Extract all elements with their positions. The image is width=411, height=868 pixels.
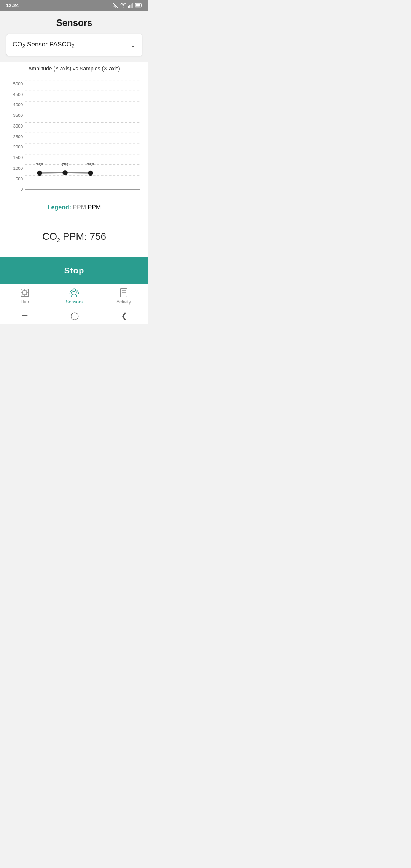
svg-text:4500: 4500: [13, 92, 23, 97]
svg-text:500: 500: [16, 177, 23, 181]
status-time: 12:24: [6, 3, 19, 8]
legend-unit: PPM: [88, 204, 101, 211]
svg-text:2000: 2000: [13, 145, 23, 150]
recent-apps-button[interactable]: ☰: [21, 311, 28, 320]
activity-icon: [118, 287, 129, 298]
data-point-3: [88, 171, 93, 176]
co2-reading-text: CO2 PPM: 756: [42, 231, 106, 242]
svg-rect-4: [132, 3, 132, 8]
svg-text:5000: 5000: [13, 81, 23, 86]
svg-rect-44: [120, 289, 127, 297]
svg-text:4000: 4000: [13, 103, 23, 107]
back-button[interactable]: ❮: [121, 311, 127, 320]
status-icons: [112, 2, 142, 8]
svg-text:1000: 1000: [13, 166, 23, 171]
svg-point-43: [73, 289, 76, 291]
nav-label-sensors: Sensors: [66, 299, 83, 305]
nav-label-hub: Hub: [21, 299, 29, 305]
home-button[interactable]: ◯: [70, 311, 79, 320]
wifi-icon: [120, 3, 126, 8]
svg-line-36: [65, 173, 91, 173]
svg-rect-7: [136, 4, 140, 7]
svg-text:0: 0: [21, 187, 23, 192]
battery-icon: [135, 3, 142, 8]
nav-item-activity[interactable]: Activity: [108, 287, 139, 305]
svg-line-35: [40, 173, 65, 173]
signal-icon: [128, 3, 134, 8]
legend: Legend: PPM PPM: [0, 204, 148, 211]
svg-rect-1: [128, 6, 129, 8]
android-nav-bar: ☰ ◯ ❮: [0, 307, 148, 324]
chart-title: Amplitude (Y-axis) vs Samples (X-axis): [7, 65, 142, 72]
legend-label: Legend:: [48, 204, 71, 211]
svg-rect-2: [129, 5, 130, 8]
status-bar: 12:24: [0, 0, 148, 11]
svg-rect-38: [23, 291, 27, 295]
svg-text:3500: 3500: [13, 113, 23, 118]
svg-text:3000: 3000: [13, 124, 23, 128]
svg-rect-6: [141, 4, 142, 6]
hub-icon: [19, 287, 30, 298]
chart-container: Amplitude (Y-axis) vs Samples (X-axis) 0…: [3, 62, 145, 199]
chevron-down-icon: ⌄: [130, 41, 136, 49]
svg-text:1500: 1500: [13, 156, 23, 160]
nav-item-sensors[interactable]: Sensors: [59, 287, 89, 305]
bottom-nav: Hub Sensors: [0, 284, 148, 307]
svg-text:756: 756: [36, 163, 43, 168]
co2-reading-display: CO2 PPM: 756: [0, 212, 148, 257]
sensor-selector-dropdown[interactable]: CO2 Sensor PASCO2 ⌄: [6, 34, 142, 56]
svg-text:757: 757: [62, 163, 69, 168]
legend-value: PPM: [73, 204, 86, 211]
nav-item-hub[interactable]: Hub: [10, 287, 40, 305]
data-point-2: [62, 170, 67, 175]
silent-icon: [112, 2, 118, 8]
chart-svg: 0 500 1000 1500 2000 2500 3000 3500 4000…: [7, 75, 142, 196]
main-content: Amplitude (Y-axis) vs Samples (X-axis) 0…: [0, 62, 148, 284]
page-title: Sensors: [0, 18, 148, 28]
stop-button[interactable]: Stop: [0, 257, 148, 284]
sensors-icon: [69, 287, 80, 298]
page-header: Sensors: [0, 11, 148, 34]
svg-text:2500: 2500: [13, 134, 23, 139]
data-point-1: [37, 171, 42, 176]
sensor-selector-label: CO2 Sensor PASCO2: [13, 41, 75, 49]
svg-text:756: 756: [87, 163, 94, 168]
nav-label-activity: Activity: [116, 299, 131, 305]
svg-rect-3: [131, 4, 131, 8]
